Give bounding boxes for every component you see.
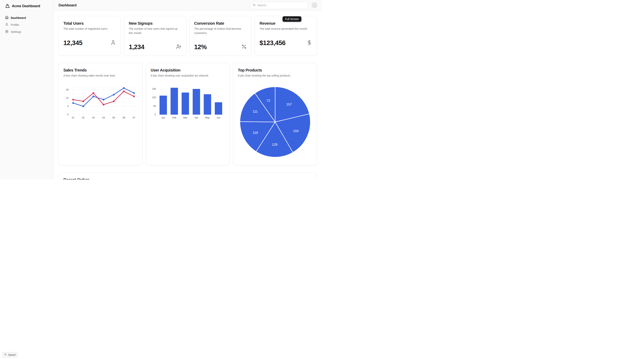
stats-grid: Total Users The total number of register… (58, 16, 317, 56)
svg-text:15: 15 (66, 88, 69, 91)
user-acquisition-bar-chart[interactable]: 050100150JanFebMarAprMayJun (151, 86, 226, 120)
sidebar-nav: Dashboard Profile Settings (0, 14, 53, 35)
chart-title: User Acquisition (151, 68, 225, 73)
charts-grid: Sales Trends A line chart showing sales … (58, 63, 317, 165)
stat-value: $123,456 (260, 39, 286, 47)
top-products-pie-chart[interactable]: 15715012911911172 (238, 86, 313, 160)
svg-text:10: 10 (66, 96, 69, 99)
user-acquisition-card: User Acquisition A bar chart showing use… (146, 63, 230, 165)
svg-text:0: 0 (67, 113, 69, 116)
main-area: Dashboard Total Users The total number o… (54, 0, 322, 179)
svg-text:Feb: Feb (172, 116, 176, 119)
brand-title: Acme Dashboard (12, 4, 40, 8)
sales-trends-line-chart[interactable]: 05101501020304050607 (64, 86, 138, 120)
svg-text:111: 111 (253, 110, 258, 113)
chart-subtitle: A line chart showing sales trends over t… (64, 74, 138, 78)
svg-text:100: 100 (152, 96, 156, 99)
recent-orders-title: Recent Orders (64, 177, 312, 179)
svg-text:Apr: Apr (194, 116, 198, 119)
stat-title: New Signups (129, 21, 181, 26)
topbar: Dashboard (54, 0, 322, 11)
svg-text:150: 150 (152, 88, 156, 90)
stat-description: The percentage of visitors that become c… (194, 27, 247, 35)
stat-description: The total number of registered users. (64, 27, 116, 31)
stat-card-revenue: Revenue The total revenue generated this… (255, 16, 317, 56)
svg-text:Jan: Jan (161, 116, 165, 119)
content: Total Users The total number of register… (54, 11, 322, 179)
search-icon (252, 3, 256, 7)
chart-title: Sales Trends (64, 68, 138, 73)
gear-icon (5, 30, 8, 34)
svg-text:157: 157 (286, 103, 292, 106)
sidebar-item-settings[interactable]: Settings (0, 28, 53, 35)
sidebar-item-profile[interactable]: Profile (0, 21, 53, 28)
user-plus-icon (176, 44, 182, 50)
svg-text:129: 129 (272, 143, 278, 146)
svg-text:72: 72 (266, 99, 270, 102)
svg-text:02: 02 (82, 116, 84, 119)
user-icon (110, 40, 116, 46)
page-title: Dashboard (58, 3, 76, 7)
svg-text:5: 5 (67, 105, 69, 108)
svg-text:May: May (205, 116, 210, 119)
stat-value: 12,345 (64, 39, 82, 47)
chart-subtitle: A pie chart showing the top selling prod… (238, 74, 312, 78)
svg-text:Mar: Mar (183, 116, 187, 119)
stat-value: 12% (194, 43, 207, 51)
svg-text:150: 150 (293, 129, 299, 133)
stat-description: The number of new users that signed up t… (129, 27, 181, 35)
svg-text:07: 07 (132, 116, 135, 119)
percent-icon (241, 44, 247, 50)
mountain-logo-icon (5, 3, 10, 9)
stat-card-total-users: Total Users The total number of register… (58, 16, 121, 56)
stat-title: Total Users (64, 21, 116, 26)
sidebar-item-label: Dashboard (11, 16, 26, 19)
stat-description: The total revenue generated this month. (260, 27, 312, 31)
sidebar: Acme Dashboard Dashboard Profile Setting… (0, 0, 54, 179)
svg-text:Jun: Jun (216, 116, 220, 119)
svg-text:01: 01 (72, 116, 74, 119)
dollar-icon (307, 40, 312, 46)
sidebar-item-label: Settings (11, 30, 21, 33)
avatar[interactable] (312, 2, 317, 8)
user-icon (5, 23, 8, 27)
svg-text:05: 05 (112, 116, 115, 119)
svg-text:50: 50 (153, 105, 156, 107)
chart-title: Top Products (238, 68, 312, 73)
sidebar-item-label: Profile (11, 23, 19, 26)
house-icon (5, 16, 8, 20)
stat-value: 1,234 (129, 43, 144, 51)
brand: Acme Dashboard (0, 0, 53, 12)
full-screen-tooltip[interactable]: Full Screen (282, 16, 302, 22)
search-box (250, 2, 308, 9)
sales-trends-card: Sales Trends A line chart showing sales … (58, 63, 142, 165)
svg-text:06: 06 (122, 116, 125, 119)
svg-text:119: 119 (253, 131, 258, 135)
svg-text:0: 0 (154, 113, 156, 116)
svg-text:04: 04 (102, 116, 105, 119)
top-products-card: Top Products A pie chart showing the top… (233, 63, 317, 165)
chart-subtitle: A bar chart showing user acquisition by … (151, 74, 225, 78)
search-input[interactable] (258, 4, 305, 7)
stat-card-conversion-rate: Conversion Rate The percentage of visito… (190, 16, 252, 56)
recent-orders-card: Recent Orders (58, 172, 317, 179)
svg-text:03: 03 (92, 116, 95, 119)
sidebar-item-dashboard[interactable]: Dashboard (0, 14, 53, 21)
stat-card-new-signups: New Signups The number of new users that… (124, 16, 186, 56)
stat-title: Conversion Rate (194, 21, 247, 26)
topbar-right (250, 2, 317, 9)
